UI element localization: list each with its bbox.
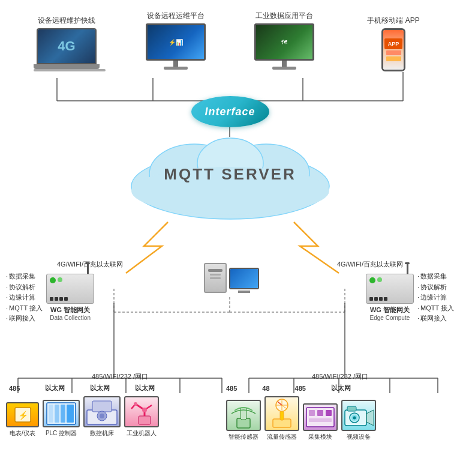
module-icon bbox=[303, 403, 338, 431]
left-features: 数据采集 协议解析 边缘计算 MQTT 接入 联网接入 bbox=[6, 271, 43, 324]
device-maintenance-label: 设备远程维护快线 bbox=[38, 16, 95, 26]
mqtt-cloud: MQTT SERVER bbox=[116, 126, 344, 222]
device-industrial: 工业数据应用平台 🗺 bbox=[236, 11, 332, 71]
svg-point-41 bbox=[100, 414, 104, 418]
computer-tower bbox=[204, 263, 227, 293]
device-flow-sensor: 流量传感器 bbox=[264, 396, 299, 441]
svg-marker-67 bbox=[366, 410, 374, 426]
right-feat-2: 协议解析 bbox=[417, 282, 454, 293]
meter-icon: ⚡ bbox=[6, 402, 39, 427]
right-gateway-conn-label: 4G/WIFI/百兆以太联网 bbox=[337, 261, 403, 268]
device-mobile-label: 手机移动端 APP bbox=[367, 16, 419, 26]
cnc-label: 数控机床 bbox=[90, 429, 114, 438]
left-bottom-devices: ⚡ 电表/仪表 PLC 控制器 bbox=[3, 396, 237, 438]
device-mobile: 手机移动端 APP APP bbox=[345, 16, 441, 71]
left-feat-3: 边缘计算 bbox=[6, 292, 43, 303]
svg-rect-62 bbox=[309, 418, 332, 422]
interface-oval: Interface bbox=[191, 96, 269, 127]
bottom-left-section: 485/WIFI/232 /网口 485 以太网 以太网 以太网 ⚡ 电表/仪表 bbox=[3, 372, 237, 438]
left-gateway-section: 4G/WIFI/百兆以太联网 数据采集 协议解析 边缘计算 MQTT 接入 联网… bbox=[6, 258, 174, 324]
svg-rect-34 bbox=[49, 405, 53, 423]
right-bottom-devices: 智能传感器 流量传感器 bbox=[223, 396, 457, 441]
left-gateway-conn-label: 4G/WIFI/百兆以太联网 bbox=[57, 261, 123, 268]
phone-icon: APP bbox=[381, 28, 405, 71]
left-feat-1: 数据采集 bbox=[6, 271, 43, 282]
svg-rect-37 bbox=[67, 405, 74, 423]
mqtt-label: MQTT SERVER bbox=[164, 165, 296, 184]
svg-point-47 bbox=[142, 408, 147, 412]
device-smart-sensor: 智能传感器 bbox=[226, 400, 261, 441]
left-connectors: 485 以太网 以太网 以太网 bbox=[3, 384, 237, 393]
right-conn-2: 485 bbox=[295, 385, 306, 392]
right-gateway-name: WG 智能网关 bbox=[370, 306, 410, 315]
svg-rect-42 bbox=[139, 416, 151, 424]
left-feat-5: 联网接入 bbox=[6, 313, 43, 324]
robot-label: 工业机器人 bbox=[127, 429, 157, 438]
device-meter: ⚡ 电表/仪表 bbox=[6, 402, 39, 438]
robot-icon bbox=[124, 396, 159, 427]
left-conn-0: 485 bbox=[9, 385, 20, 392]
camera-label: 视频设备 bbox=[347, 433, 371, 441]
monitor-icon-2: 🗺 bbox=[251, 23, 317, 71]
svg-point-48 bbox=[134, 402, 137, 406]
plc-label: PLC 控制器 bbox=[46, 429, 77, 438]
right-conn-3: 以太网 bbox=[331, 384, 351, 393]
left-conn-3: 以太网 bbox=[135, 384, 155, 393]
right-feat-1: 数据采集 bbox=[417, 271, 454, 282]
svg-rect-36 bbox=[61, 405, 65, 423]
svg-rect-60 bbox=[317, 410, 323, 416]
right-features: 数据采集 协议解析 边缘计算 MQTT 接入 联网接入 bbox=[417, 271, 454, 324]
right-feat-3: 边缘计算 bbox=[417, 292, 454, 303]
device-robot: 工业机器人 bbox=[124, 396, 159, 438]
laptop-icon: 4G bbox=[34, 28, 100, 71]
left-bottom-conn-label: 485/WIFI/232 /网口 bbox=[3, 372, 237, 381]
interface-label: Interface bbox=[205, 106, 255, 118]
svg-text:⚡: ⚡ bbox=[17, 411, 28, 421]
right-gateway-device bbox=[366, 274, 414, 304]
device-plc: PLC 控制器 bbox=[43, 400, 80, 438]
right-conn-0: 485 bbox=[226, 385, 237, 392]
device-industrial-label: 工业数据应用平台 bbox=[255, 11, 313, 21]
meter-label: 电表/仪表 bbox=[10, 429, 35, 438]
device-cnc: 数控机床 bbox=[83, 396, 121, 438]
right-connectors: 485 48 485 以太网 bbox=[223, 384, 457, 393]
smart-sensor-icon bbox=[226, 400, 261, 431]
computer-monitor bbox=[229, 268, 259, 289]
left-gateway-sublabel: Data Collection bbox=[50, 315, 91, 321]
right-feat-5: 联网接入 bbox=[417, 313, 454, 324]
svg-rect-59 bbox=[309, 410, 315, 416]
left-gateway-device bbox=[46, 274, 94, 304]
svg-rect-61 bbox=[326, 410, 332, 416]
monitor-icon-1: ⚡📊 bbox=[143, 23, 209, 71]
right-bottom-conn-label: 485/WIFI/232 /网口 bbox=[223, 372, 457, 381]
desktop-computer bbox=[204, 263, 259, 293]
left-conn-2: 以太网 bbox=[90, 384, 110, 393]
plc-icon bbox=[43, 400, 80, 427]
diagram-container: 设备远程维护快线 4G 设备远程运维平台 ⚡📊 bbox=[0, 0, 460, 476]
svg-rect-39 bbox=[92, 401, 112, 412]
smart-sensor-label: 智能传感器 bbox=[229, 433, 258, 441]
svg-rect-35 bbox=[55, 405, 59, 423]
device-module: 采集模块 bbox=[303, 403, 338, 441]
flow-sensor-icon bbox=[264, 396, 299, 431]
device-platform: 设备远程运维平台 ⚡📊 bbox=[128, 11, 224, 71]
right-gateway-sublabel: Edge Compute bbox=[370, 315, 410, 321]
device-maintenance: 设备远程维护快线 4G bbox=[19, 16, 115, 71]
right-gateway-section: 4G/WIFI/百兆以太联网 WG 智能网关 Edge Compute bbox=[286, 258, 454, 324]
device-camera: 视频设备 bbox=[341, 400, 376, 441]
left-gateway-name: WG 智能网关 bbox=[50, 306, 90, 315]
module-label: 采集模块 bbox=[308, 433, 332, 441]
left-feat-4: MQTT 接入 bbox=[6, 303, 43, 314]
svg-rect-50 bbox=[240, 408, 246, 420]
svg-point-66 bbox=[353, 417, 356, 420]
right-conn-1: 48 bbox=[262, 385, 269, 392]
right-feat-4: MQTT 接入 bbox=[417, 303, 454, 314]
bottom-right-section: 485/WIFI/232 /网口 485 48 485 以太网 bbox=[223, 372, 457, 441]
cnc-icon bbox=[83, 396, 121, 427]
left-conn-1: 以太网 bbox=[45, 384, 65, 393]
device-platform-label: 设备远程运维平台 bbox=[147, 11, 205, 21]
left-feat-2: 协议解析 bbox=[6, 282, 43, 293]
flow-sensor-label: 流量传感器 bbox=[267, 433, 297, 441]
camera-icon bbox=[341, 400, 376, 431]
svg-rect-68 bbox=[347, 406, 356, 411]
